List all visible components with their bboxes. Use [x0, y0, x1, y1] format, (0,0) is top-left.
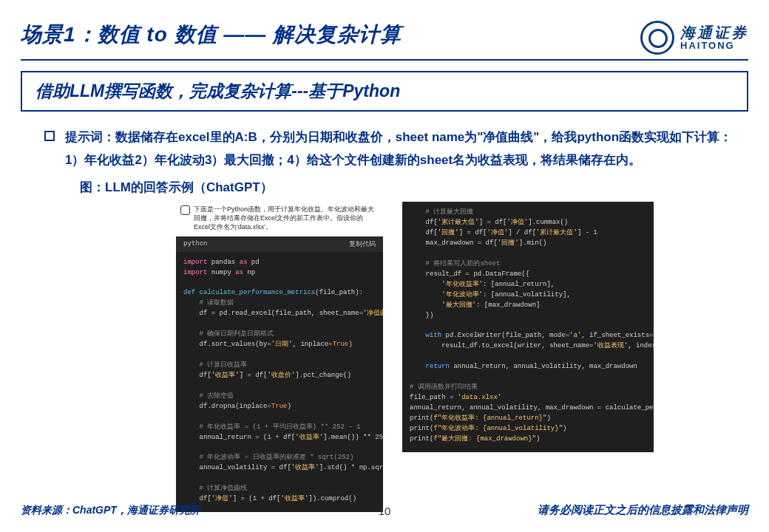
copy-code-button[interactable]: 复制代码 [349, 239, 376, 249]
presentation-slide: 场景1：数值 to 数值 —— 解决复杂计算 海通证券 HAITONG 借助LL… [0, 0, 769, 532]
chat-right-panel: # 计算最大回撤 df['累计最大值'] = df['净值'].cummax()… [402, 202, 654, 512]
code-row: 下面是一个Python函数，用于计算年化收益、年化波动和最大回撤，并将结果存储在… [21, 202, 748, 512]
subtitle-text: 借助LLM撰写函数，完成复杂计算---基于Python [35, 80, 734, 103]
company-logo: 海通证券 HAITONG [640, 21, 748, 55]
header-row: 场景1：数值 to 数值 —— 解决复杂计算 海通证券 HAITONG [21, 21, 748, 55]
code-block-right: # 计算最大回撤 df['累计最大值'] = df['净值'].cummax()… [402, 202, 654, 452]
logo-icon [640, 21, 674, 55]
chat-intro-text: 下面是一个Python函数，用于计算年化收益、年化波动和最大回撤，并将结果存储在… [176, 202, 383, 236]
logo-text: 海通证券 HAITONG [680, 25, 748, 51]
page-number: 10 [379, 505, 391, 517]
logo-cn: 海通证券 [680, 25, 748, 41]
figure-caption: 图：LLM的回答示例（ChatGPT） [21, 179, 748, 196]
bullet-marker-icon [44, 131, 55, 141]
footer-disclaimer: 请务必阅读正文之后的信息披露和法律声明 [538, 503, 748, 517]
code-header-left: python 复制代码 [176, 236, 383, 252]
bullet-block: 提示词：数据储存在excel里的A:B，分别为日期和收盘价，sheet name… [21, 126, 748, 171]
slide-footer: 资料来源：ChatGPT，海通证券研究所 10 请务必阅读正文之后的信息披露和法… [21, 503, 748, 517]
header-divider [21, 59, 748, 61]
footer-source: 资料来源：ChatGPT，海通证券研究所 [21, 504, 200, 517]
code-block-left: import pandas as pd import numpy as np d… [176, 252, 383, 513]
code-lang-label: python [183, 239, 208, 249]
chat-left-panel: 下面是一个Python函数，用于计算年化收益、年化波动和最大回撤，并将结果存储在… [176, 202, 383, 512]
logo-en: HAITONG [680, 41, 748, 51]
bullet-text: 提示词：数据储存在excel里的A:B，分别为日期和收盘价，sheet name… [65, 126, 735, 171]
slide-title: 场景1：数值 to 数值 —— 解决复杂计算 [21, 21, 402, 49]
subtitle-box: 借助LLM撰写函数，完成复杂计算---基于Python [21, 71, 748, 112]
